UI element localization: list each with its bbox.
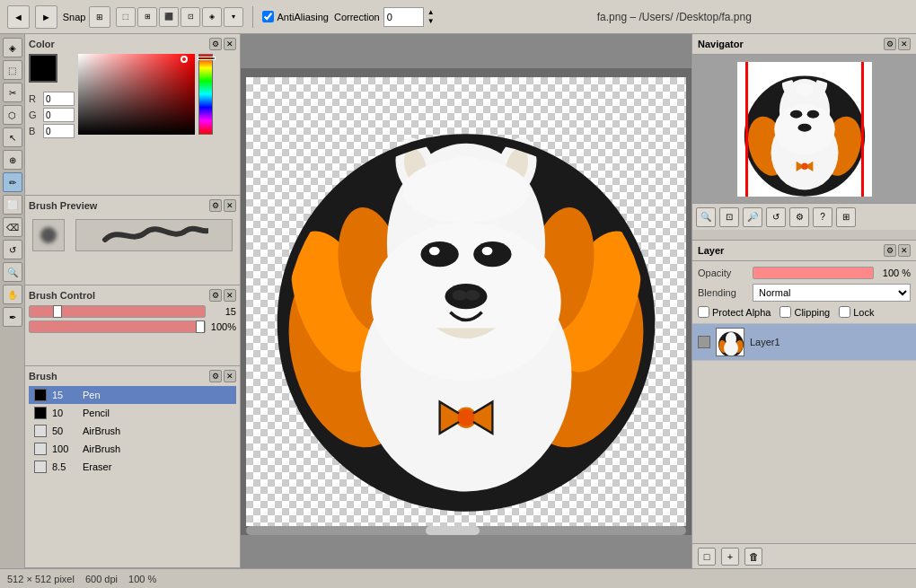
- brush-item[interactable]: 50 AirBrush: [29, 422, 236, 440]
- lock-checkbox[interactable]: Lock: [839, 306, 874, 318]
- svg-point-47: [801, 162, 808, 170]
- blending-row: Blending Normal: [698, 284, 911, 302]
- brush-list: 15 Pen 10 Pencil 50 AirBrush 100 AirBrus…: [29, 386, 236, 476]
- color-panel-close[interactable]: ✕: [224, 38, 236, 50]
- layer-close[interactable]: ✕: [898, 244, 911, 257]
- tool-rotate[interactable]: ↺: [3, 240, 22, 259]
- protect-alpha-input[interactable]: [698, 306, 709, 318]
- dropdown-arrow[interactable]: ▾: [224, 7, 243, 27]
- tool-erase[interactable]: ⌫: [3, 217, 22, 237]
- tool-fill[interactable]: ⬜: [3, 195, 22, 215]
- layer-visibility-icon[interactable]: [698, 336, 710, 348]
- nav-zoom-out[interactable]: 🔍: [696, 207, 716, 227]
- tool-cut[interactable]: ✂: [3, 83, 22, 102]
- tool-transform[interactable]: ⬚: [3, 60, 22, 80]
- opacity-slider[interactable]: [29, 320, 206, 333]
- clipping-label: Clipping: [794, 307, 830, 318]
- grid-icon-1[interactable]: ⬚: [116, 7, 136, 27]
- clipping-checkbox[interactable]: Clipping: [779, 306, 830, 318]
- layer-add[interactable]: □: [698, 548, 716, 566]
- brush-item[interactable]: 8.5 Eraser: [29, 458, 236, 476]
- correction-area: Correction 0 ▲ ▼: [334, 7, 435, 27]
- main-content: ◈ ⬚ ✂ ⬡ ↖ ⊕ ✏ ⬜ ⌫ ↺ 🔍 ✋ ✒ Color ⚙ ✕: [0, 34, 916, 568]
- navigator-settings[interactable]: ⚙: [884, 38, 896, 50]
- b-input[interactable]: [43, 124, 75, 138]
- canvas-inner[interactable]: [246, 77, 686, 526]
- antialiasing-checkbox[interactable]: [262, 11, 274, 22]
- color-panel: Color ⚙ ✕ R G: [25, 34, 240, 196]
- layer-list: Layer1: [692, 324, 916, 543]
- back-button[interactable]: ◄: [7, 5, 30, 29]
- blending-select[interactable]: Normal: [753, 284, 911, 302]
- tool-eyedrop[interactable]: ✒: [3, 307, 22, 327]
- color-hue-bar[interactable]: [198, 54, 213, 135]
- brush-preview-close[interactable]: ✕: [224, 199, 236, 212]
- brush-item[interactable]: 15 Pen: [29, 386, 236, 404]
- correction-down[interactable]: ▼: [427, 17, 435, 25]
- nav-rotate[interactable]: ↺: [766, 207, 786, 227]
- correction-up[interactable]: ▲: [427, 8, 435, 16]
- size-slider[interactable]: [29, 305, 206, 318]
- tool-zoom[interactable]: ⊕: [3, 150, 22, 170]
- brush-list-settings[interactable]: ⚙: [209, 370, 222, 382]
- layer-delete[interactable]: 🗑: [744, 548, 762, 566]
- g-input[interactable]: [43, 108, 75, 122]
- canvas-area[interactable]: [241, 34, 691, 568]
- layer-panel-btns: ⚙ ✕: [884, 244, 911, 257]
- brush-list-title: Brush: [29, 371, 57, 382]
- tool-select[interactable]: ◈: [3, 38, 22, 57]
- brush-item[interactable]: 100 AirBrush: [29, 440, 236, 458]
- layer-checkboxes: Protect Alpha Clipping Lock: [698, 306, 911, 318]
- nav-zoom-fit[interactable]: ⊡: [719, 207, 739, 227]
- opacity-bar[interactable]: [753, 267, 874, 279]
- layer-item[interactable]: Layer1: [692, 324, 916, 361]
- tool-magnify[interactable]: 🔍: [3, 262, 22, 282]
- svg-point-14: [420, 241, 458, 267]
- brush-control-close[interactable]: ✕: [224, 289, 236, 302]
- color-panel-header: Color ⚙ ✕: [29, 38, 236, 50]
- layer-new[interactable]: +: [721, 548, 739, 566]
- snap-label: Snap: [63, 12, 86, 22]
- grid-icon-4[interactable]: ⊡: [181, 7, 200, 27]
- clipping-input[interactable]: [779, 306, 791, 318]
- lock-input[interactable]: [839, 306, 850, 318]
- color-gradient[interactable]: [78, 54, 195, 135]
- tool-arrow[interactable]: ↖: [3, 127, 22, 147]
- nav-zoom-in[interactable]: 🔎: [743, 207, 762, 227]
- nav-right-marker: [861, 62, 864, 197]
- forward-button[interactable]: ►: [35, 5, 57, 29]
- brush-name: Pen: [83, 390, 101, 400]
- nav-extra[interactable]: ⊞: [836, 207, 856, 227]
- color-panel-settings[interactable]: ⚙: [209, 38, 222, 50]
- brush-item[interactable]: 10 Pencil: [29, 404, 236, 422]
- grid-icon-3[interactable]: ⬛: [159, 7, 179, 27]
- nav-info[interactable]: ?: [813, 207, 832, 227]
- brush-circle-preview: [32, 219, 65, 251]
- brush-preview-settings[interactable]: ⚙: [209, 199, 222, 212]
- left-toolbar: ◈ ⬚ ✂ ⬡ ↖ ⊕ ✏ ⬜ ⌫ ↺ 🔍 ✋ ✒: [0, 34, 25, 568]
- color-panel-title: Color: [29, 39, 55, 49]
- scrollbar-horizontal[interactable]: [246, 526, 686, 535]
- grid-icon-2[interactable]: ⊞: [137, 7, 157, 27]
- brush-control-settings[interactable]: ⚙: [209, 289, 222, 302]
- navigator-title: Navigator: [698, 39, 744, 49]
- grid-icon-5[interactable]: ◈: [202, 7, 222, 27]
- filename-bar: fa.png – /Users/ /Desktop/fa.png: [440, 11, 909, 23]
- brush-preview-content: [29, 215, 236, 255]
- correction-arrows[interactable]: ▲ ▼: [427, 8, 435, 25]
- tool-hand[interactable]: ✋: [3, 285, 22, 304]
- tool-shape[interactable]: ⬡: [3, 105, 22, 125]
- snap-icon[interactable]: ⊞: [89, 6, 110, 28]
- color-swatch[interactable]: [29, 54, 57, 83]
- nav-settings[interactable]: ⚙: [789, 207, 809, 227]
- layer-settings[interactable]: ⚙: [884, 244, 896, 257]
- protect-alpha-checkbox[interactable]: Protect Alpha: [698, 306, 771, 318]
- svg-point-41: [789, 110, 802, 118]
- tool-pen[interactable]: ✏: [3, 172, 22, 192]
- scrollbar-thumb-h[interactable]: [426, 526, 480, 535]
- brush-swatch: [34, 407, 47, 419]
- brush-list-close[interactable]: ✕: [224, 370, 236, 382]
- correction-spinner[interactable]: 0: [383, 7, 424, 27]
- navigator-close[interactable]: ✕: [898, 38, 911, 50]
- r-input[interactable]: [43, 92, 75, 106]
